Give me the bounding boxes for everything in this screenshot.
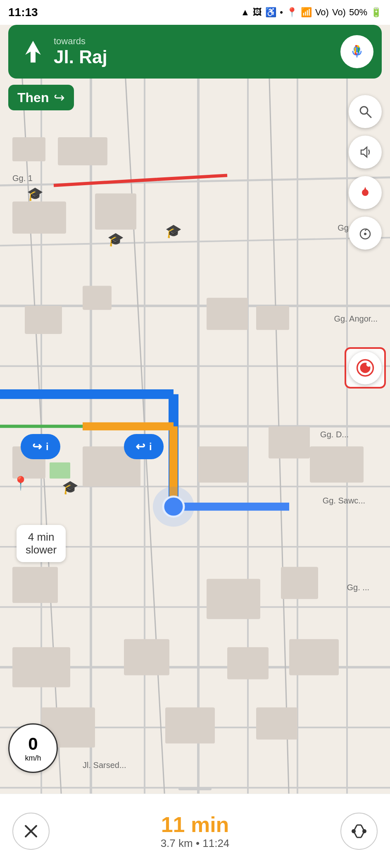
navigation-header: towards Jl. Raj <box>8 25 382 79</box>
bottom-navigation-bar: 11 min 3.7 km • 11:24 <box>0 794 390 868</box>
eta-value: 11 min <box>161 813 229 837</box>
speed-value: 0 <box>28 734 38 754</box>
then-turn-indicator: Then ↪ <box>8 85 74 110</box>
svg-rect-33 <box>12 201 66 234</box>
notification-icon: ▲ <box>240 7 250 18</box>
nav-street-name: Jl. Raj <box>54 47 340 67</box>
dot-icon: • <box>280 7 283 18</box>
svg-line-16 <box>0 177 390 185</box>
svg-rect-43 <box>310 446 364 482</box>
place-pin: 📍 <box>12 475 29 491</box>
close-navigation-button[interactable] <box>12 813 50 850</box>
wifi-icon: 📶 <box>301 7 312 18</box>
status-bar: 11:13 ▲ 🖼 ♿ • 📍 📶 Vo) Vo) 50% 🔋 <box>0 0 390 25</box>
svg-rect-37 <box>207 298 248 330</box>
street-label-angor: Gg. Angor... <box>334 314 378 324</box>
arrival-time: 11:24 <box>202 837 229 849</box>
street-label-sarsed: Jl. Sarsed... <box>83 761 126 770</box>
alt-route-arrow-1: ↪ <box>32 440 42 453</box>
route-options-button[interactable] <box>340 813 378 850</box>
separator: • <box>196 837 202 849</box>
speed-unit: km/h <box>25 754 41 763</box>
school-pin-3: 🎓 <box>165 223 182 239</box>
distance-value: 3.7 km <box>161 837 193 849</box>
street-label-dono: Gg. D... <box>320 430 349 439</box>
svg-rect-45 <box>207 579 260 619</box>
svg-line-60 <box>367 113 371 117</box>
status-time: 11:13 <box>8 6 38 19</box>
side-action-buttons <box>349 95 382 250</box>
school-pin-1: 🎓 <box>27 186 43 202</box>
svg-rect-41 <box>198 446 248 482</box>
eta-section: 11 min 3.7 km • 11:24 <box>50 812 340 850</box>
svg-line-20 <box>269 49 289 808</box>
slower-time: 4 min <box>26 531 57 544</box>
speed-indicator: 0 km/h <box>8 723 58 773</box>
alt-route-label-1[interactable]: ↪ i <box>21 434 60 459</box>
battery-icon: 🔋 <box>371 7 382 18</box>
record-button-wrapper <box>345 347 386 389</box>
svg-point-29 <box>163 496 184 517</box>
svg-rect-36 <box>83 286 112 310</box>
status-icons: ▲ 🖼 ♿ • 📍 📶 Vo) Vo) 50% 🔋 <box>240 7 382 18</box>
svg-rect-52 <box>165 707 215 743</box>
sound-button[interactable] <box>349 136 382 169</box>
then-arrow-icon: ↪ <box>54 90 65 105</box>
svg-rect-34 <box>95 193 136 229</box>
eta-details: 3.7 km • 11:24 <box>50 837 340 850</box>
nav-direction-text: towards Jl. Raj <box>50 36 340 67</box>
svg-rect-49 <box>227 647 269 680</box>
svg-rect-31 <box>12 137 45 161</box>
accessibility-icon: ♿ <box>265 7 276 18</box>
school-pin-2: 🎓 <box>107 231 124 247</box>
svg-rect-47 <box>12 647 70 687</box>
direction-arrow <box>17 35 50 68</box>
svg-line-21 <box>54 179 157 186</box>
svg-rect-38 <box>256 306 289 330</box>
svg-point-30 <box>153 486 194 527</box>
svg-point-64 <box>364 233 366 235</box>
then-label: Then <box>17 90 49 105</box>
signal2-icon: Vo) <box>332 7 346 18</box>
drag-indicator <box>178 788 212 790</box>
street-label-sawc: Gg. Sawc... <box>323 496 365 506</box>
svg-rect-35 <box>25 306 62 334</box>
street-label-gg1: Gg. 1 <box>12 174 33 183</box>
signal1-icon: Vo) <box>315 7 329 18</box>
alt-route-label-2[interactable]: ↩ i <box>124 434 164 459</box>
mic-button[interactable] <box>340 35 373 68</box>
report-button[interactable] <box>349 217 382 250</box>
alt-route-info-1: i <box>46 441 49 453</box>
slower-label: 4 min slower <box>17 525 66 562</box>
svg-line-19 <box>124 49 165 808</box>
school-pin-4: 🎓 <box>62 479 78 495</box>
svg-line-22 <box>157 175 227 179</box>
svg-line-17 <box>0 238 390 246</box>
record-highlight <box>345 347 386 389</box>
record-button[interactable] <box>349 351 382 384</box>
eta-time: 11 min <box>50 812 340 837</box>
gallery-icon: 🖼 <box>253 7 262 18</box>
svg-rect-46 <box>281 567 318 599</box>
slower-word: slower <box>26 544 57 556</box>
svg-line-18 <box>21 49 62 808</box>
location-button[interactable] <box>349 176 382 209</box>
svg-rect-53 <box>256 707 297 739</box>
alt-route-info-2: i <box>149 441 152 453</box>
svg-rect-50 <box>289 639 339 675</box>
svg-rect-54 <box>50 463 70 479</box>
street-label-right: Gg. ... <box>347 583 369 592</box>
nav-towards-label: towards <box>54 36 340 47</box>
search-button[interactable] <box>349 95 382 128</box>
svg-rect-48 <box>124 639 169 675</box>
location-status-icon: 📍 <box>286 7 297 18</box>
alt-route-arrow-2: ↩ <box>136 440 145 453</box>
svg-rect-44 <box>12 567 58 603</box>
svg-rect-32 <box>58 137 107 165</box>
battery-indicator: 50% <box>349 7 367 18</box>
svg-rect-42 <box>269 426 310 458</box>
